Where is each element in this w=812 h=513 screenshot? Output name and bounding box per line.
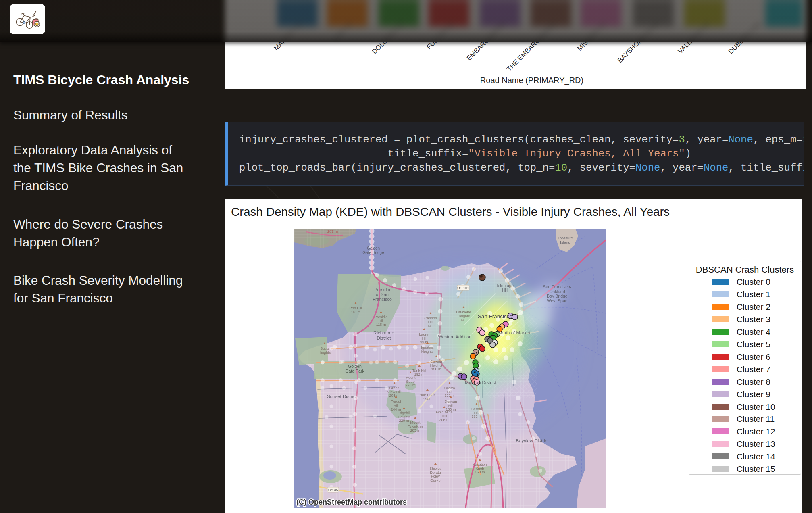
svg-text:Mission District: Mission District [465,380,496,385]
svg-text:CoronaHeights158 m: CoronaHeights158 m [430,359,443,371]
svg-text:Western Addition: Western Addition [438,334,472,339]
svg-text:MountSutro228 m: MountSutro228 m [405,375,416,387]
svg-text:Bayview District: Bayview District [516,438,549,443]
svg-text:San Francisco-OaklandBay Bridg: San Francisco-OaklandBay BridgeWest Span [543,284,572,303]
svg-text:GrandView Hill203 m: GrandView Hill203 m [387,386,401,398]
svg-text:Rob Hill116 m: Rob Hill116 m [349,306,362,314]
svg-text:(C) OpenStreetMap contributors: (C) OpenStreetMap contributors [296,498,407,506]
svg-text:287 m: 287 m [327,229,338,234]
svg-text:US 101: US 101 [457,286,469,290]
svg-text:Sunset District: Sunset District [327,394,357,399]
svg-text:South of Market: South of Market [498,330,531,335]
svg-text:San Francisco: San Francisco [478,313,512,319]
svg-text:IgnatiusHeights: IgnatiusHeights [421,346,434,354]
svg-text:ShieldsDorataFoleyOur~p: ShieldsDorataFoleyOur~p [429,467,441,482]
svg-text:EdgehillHeights220 m: EdgehillHeights220 m [398,411,410,423]
svg-text:CA 35: CA 35 [328,488,338,492]
